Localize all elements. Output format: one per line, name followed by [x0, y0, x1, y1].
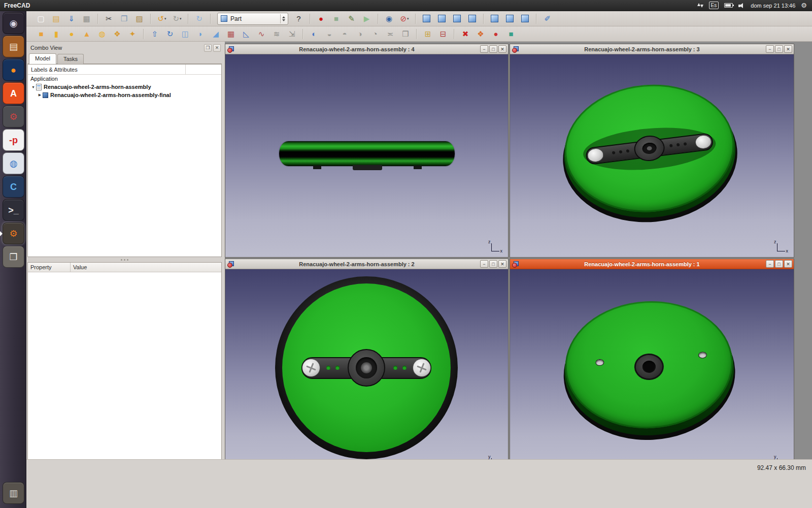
- save-icon[interactable]: ⇓: [65, 13, 78, 25]
- view-top-icon[interactable]: [451, 13, 464, 25]
- part-sphere-icon[interactable]: ●: [65, 28, 78, 40]
- launcher-app-p[interactable]: -p: [3, 129, 24, 151]
- part-converttosolid-icon[interactable]: ■: [504, 28, 518, 40]
- open-file-icon[interactable]: ▤: [50, 13, 63, 25]
- part-boolean-icon[interactable]: ◐: [308, 28, 321, 40]
- measure-distance-icon[interactable]: ✐: [541, 13, 554, 25]
- minimize-icon[interactable]: −: [766, 260, 774, 268]
- maximize-icon[interactable]: □: [775, 45, 783, 53]
- part-offset-icon[interactable]: ⇲: [285, 28, 298, 40]
- view-bottom-icon[interactable]: [503, 13, 517, 25]
- toolbar-separator[interactable]: [536, 14, 537, 24]
- toolbar-separator[interactable]: [188, 14, 189, 24]
- tree-root-application[interactable]: Application: [28, 75, 221, 83]
- view-rear-icon[interactable]: [488, 13, 501, 25]
- toolbar-separator[interactable]: [143, 29, 144, 39]
- part-loft-icon[interactable]: ≋: [270, 28, 283, 40]
- battery-icon[interactable]: [724, 3, 733, 8]
- mdi-titlebar[interactable]: Renacuajo-wheel-2-arms-horn-assembly : 4…: [225, 44, 508, 54]
- part-section-icon[interactable]: ◔: [368, 28, 382, 40]
- part-chamfer-icon[interactable]: ◢: [209, 28, 222, 40]
- tab-model[interactable]: Model: [29, 53, 56, 64]
- part-cut-icon[interactable]: ◒: [323, 28, 336, 40]
- mdi-titlebar[interactable]: Renacuajo-wheel-2-arms-horn-assembly : 3…: [510, 44, 794, 54]
- part-refineshape-icon[interactable]: ●: [489, 28, 502, 40]
- refresh-icon[interactable]: ↻: [193, 13, 206, 25]
- part-fillet-icon[interactable]: ◗: [194, 28, 207, 40]
- new-file-icon[interactable]: ▢: [35, 13, 48, 25]
- view-axonometric-icon[interactable]: [420, 13, 433, 25]
- toolbar-separator[interactable]: [416, 29, 417, 39]
- 3d-viewport-front-view[interactable]: y x: [225, 269, 508, 472]
- 3d-viewport-isometric-back-view[interactable]: y x: [510, 269, 794, 472]
- launcher-terminal[interactable]: >_: [3, 199, 24, 221]
- tree-item-assembly[interactable]: ▼ Renacuajo-wheel-2-arms-horn-assembly: [28, 83, 221, 91]
- launcher-software-center[interactable]: A: [3, 82, 24, 104]
- panel-close-icon[interactable]: ✕: [213, 44, 221, 52]
- part-extrude-icon[interactable]: ⇧: [148, 28, 161, 40]
- part-checkgeometry-icon[interactable]: ✖: [459, 28, 472, 40]
- part-ruledsurface-icon[interactable]: ◺: [240, 28, 253, 40]
- part-primitives-icon[interactable]: ❖: [111, 28, 124, 40]
- clock[interactable]: dom sep 21 13:46: [751, 3, 795, 9]
- 3d-viewport-isometric-view[interactable]: z x: [510, 54, 794, 257]
- part-cone-icon[interactable]: ▲: [80, 28, 93, 40]
- zoom-fit-icon[interactable]: ◉: [383, 13, 396, 25]
- view-right-icon[interactable]: [466, 13, 479, 25]
- launcher-firefox[interactable]: ●: [3, 59, 24, 81]
- part-compound-icon[interactable]: ❒: [399, 28, 412, 40]
- paste-icon[interactable]: ▨: [133, 13, 146, 25]
- macro-record-icon[interactable]: ●: [315, 13, 328, 25]
- whatsthis-icon[interactable]: ?: [292, 13, 306, 25]
- part-intersection-icon[interactable]: ◑: [353, 28, 366, 40]
- maximize-icon[interactable]: □: [489, 260, 497, 268]
- draw-style-icon[interactable]: ⊘ ▾: [398, 13, 411, 25]
- maximize-icon[interactable]: □: [775, 260, 783, 268]
- expander-open-icon[interactable]: ▼: [30, 85, 36, 89]
- tab-tasks[interactable]: Tasks: [57, 54, 84, 64]
- close-icon[interactable]: ✕: [498, 260, 506, 268]
- part-connect-icon[interactable]: ⊞: [421, 28, 434, 40]
- toolbar-separator[interactable]: [310, 14, 311, 24]
- launcher-app-blue[interactable]: ◍: [3, 152, 24, 174]
- launcher-system-settings[interactable]: ⚙: [3, 106, 24, 128]
- undo-icon[interactable]: ↺ ▾: [155, 13, 168, 25]
- view-left-icon[interactable]: [519, 13, 532, 25]
- mdi-titlebar[interactable]: Renacuajo-wheel-2-arms-horn-assembly : 1…: [510, 259, 794, 269]
- launcher-workspace[interactable]: ❐: [3, 246, 24, 268]
- minimize-icon[interactable]: −: [766, 45, 774, 53]
- macro-edit-icon[interactable]: ✎: [345, 13, 358, 25]
- part-sweep-icon[interactable]: ∿: [255, 28, 268, 40]
- toolbar-separator[interactable]: [150, 14, 151, 24]
- mdi-titlebar[interactable]: Renacuajo-wheel-2-arms-horn-assembly : 2…: [225, 259, 508, 269]
- print-icon[interactable]: ▦: [80, 13, 93, 25]
- launcher-files[interactable]: ▤: [3, 36, 24, 57]
- toolbar-separator[interactable]: [483, 14, 484, 24]
- close-icon[interactable]: ✕: [498, 45, 506, 53]
- launcher-freecad[interactable]: ⚙: [3, 223, 24, 244]
- 3d-viewport-side-view[interactable]: z x: [225, 54, 508, 257]
- launcher-dash[interactable]: ◉: [3, 12, 24, 34]
- macro-play-icon[interactable]: ▶: [360, 13, 374, 25]
- part-box-icon[interactable]: ■: [35, 28, 48, 40]
- minimize-icon[interactable]: −: [480, 260, 488, 268]
- toolbar-separator[interactable]: [302, 29, 303, 39]
- tree-item-assembly-final[interactable]: ▶ Renacuajo-wheel-2-arms-horn-assembly-f…: [28, 91, 221, 99]
- part-shapebuilder-icon[interactable]: ✦: [126, 28, 139, 40]
- minimize-icon[interactable]: −: [480, 45, 488, 53]
- part-crosssections-icon[interactable]: ≍: [384, 28, 397, 40]
- part-torus-icon[interactable]: ◍: [95, 28, 109, 40]
- volume-icon[interactable]: [738, 3, 745, 9]
- view-front-icon[interactable]: [435, 13, 449, 25]
- maximize-icon[interactable]: □: [489, 45, 497, 53]
- launcher-trash[interactable]: ▥: [3, 482, 24, 504]
- toolbar-separator[interactable]: [378, 14, 379, 24]
- toolbar-separator[interactable]: [454, 29, 455, 39]
- sync-indicator-icon[interactable]: [697, 2, 703, 9]
- toolbar-separator[interactable]: [97, 14, 98, 24]
- copy-icon[interactable]: ❐: [118, 13, 131, 25]
- close-icon[interactable]: ✕: [784, 45, 792, 53]
- workbench-selector[interactable]: Part: [217, 13, 288, 25]
- redo-icon[interactable]: ↻ ▾: [171, 13, 184, 25]
- close-icon[interactable]: ✕: [784, 260, 792, 268]
